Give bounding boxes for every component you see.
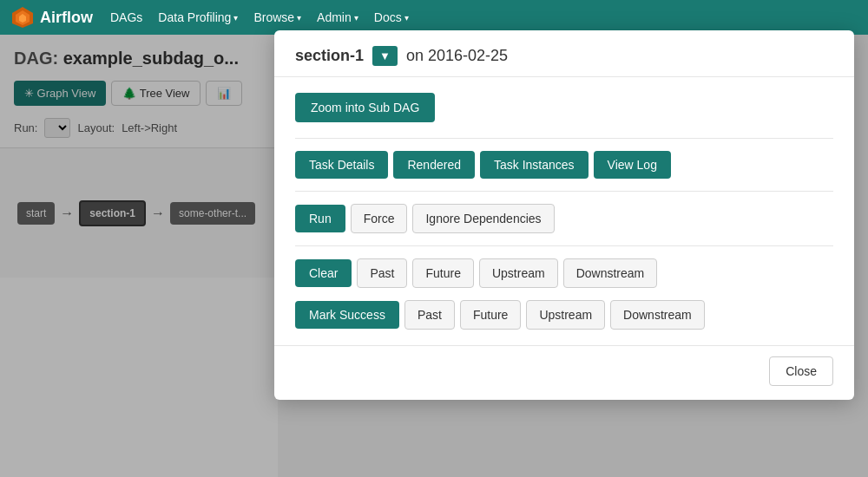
nav-browse[interactable]: Browse ▾ [253, 10, 301, 24]
clear-upstream-button[interactable]: Upstream [479, 258, 558, 288]
run-button[interactable]: Run [295, 205, 345, 232]
divider-2 [295, 191, 833, 192]
navbar: Airflow DAGs Data Profiling ▾ Browse ▾ A… [0, 0, 868, 35]
mark-downstream-button[interactable]: Downstream [610, 300, 705, 330]
mark-upstream-button[interactable]: Upstream [526, 300, 605, 330]
zoom-section: Zoom into Sub DAG [295, 93, 833, 126]
nav-admin[interactable]: Admin ▾ [317, 10, 358, 24]
tab-rendered[interactable]: Rendered [393, 151, 475, 179]
force-button[interactable]: Force [351, 204, 408, 233]
clear-past-button[interactable]: Past [357, 258, 407, 288]
task-modal: section-1 ▼ on 2016-02-25 Zoom into Sub … [274, 30, 854, 400]
clear-section: Clear Past Future Upstream Downstream [295, 258, 833, 288]
nav-dags[interactable]: DAGs [110, 10, 142, 24]
ignore-deps-button[interactable]: Ignore Dependencies [412, 204, 554, 233]
modal-footer: Close [274, 345, 854, 400]
nav-docs[interactable]: Docs ▾ [374, 10, 409, 24]
mark-future-button[interactable]: Future [460, 300, 521, 330]
clear-downstream-button[interactable]: Downstream [563, 258, 658, 288]
modal-date: on 2016-02-25 [406, 47, 508, 65]
nav-data-profiling[interactable]: Data Profiling ▾ [158, 10, 238, 24]
zoom-subdag-button[interactable]: Zoom into Sub DAG [295, 93, 435, 122]
close-button[interactable]: Close [769, 356, 833, 386]
tab-buttons-row: Task Details Rendered Task Instances Vie… [295, 151, 833, 179]
divider-1 [295, 138, 833, 139]
filter-icon-button[interactable]: ▼ [372, 46, 398, 66]
brand-label: Airflow [40, 9, 93, 27]
clear-future-button[interactable]: Future [412, 258, 473, 288]
modal-body: Zoom into Sub DAG Task Details Rendered … [274, 77, 854, 345]
divider-3 [295, 245, 833, 246]
mark-past-button[interactable]: Past [404, 300, 455, 330]
tab-task-instances[interactable]: Task Instances [480, 151, 589, 179]
airflow-logo-icon [10, 5, 35, 29]
brand: Airflow [10, 5, 93, 29]
run-section: Run Force Ignore Dependencies [295, 204, 833, 233]
modal-title: section-1 [295, 47, 364, 65]
navbar-links: DAGs Data Profiling ▾ Browse ▾ Admin ▾ D… [110, 10, 409, 24]
mark-success-button[interactable]: Mark Success [295, 301, 399, 329]
modal-header: section-1 ▼ on 2016-02-25 [274, 30, 854, 77]
tab-task-details[interactable]: Task Details [295, 151, 388, 179]
mark-success-section: Mark Success Past Future Upstream Downst… [295, 300, 833, 330]
tab-view-log[interactable]: View Log [594, 151, 671, 179]
clear-button[interactable]: Clear [295, 259, 352, 287]
